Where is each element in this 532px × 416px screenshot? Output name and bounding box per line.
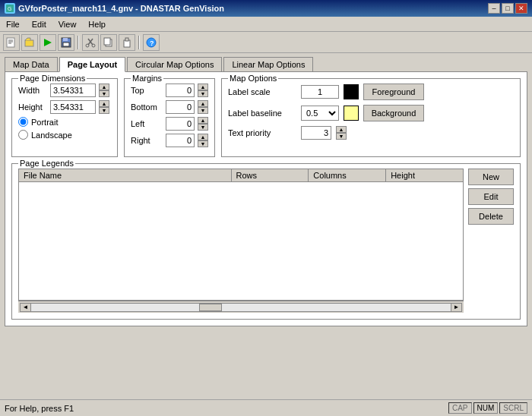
left-up-btn[interactable]: ▲ — [198, 117, 208, 124]
menu-help[interactable]: Help — [85, 19, 109, 30]
svg-text:G: G — [8, 6, 11, 11]
label-scale-input[interactable] — [301, 85, 339, 99]
menu-edit[interactable]: Edit — [29, 19, 49, 30]
background-button[interactable]: Background — [363, 105, 424, 121]
height-row: Height ▲ ▼ — [18, 100, 111, 114]
svg-point-14 — [92, 44, 95, 47]
svg-rect-2 — [7, 38, 14, 47]
window-controls: – □ ✕ — [488, 3, 527, 14]
foreground-color-box[interactable] — [344, 84, 359, 99]
tab-linear-map[interactable]: Linear Map Options — [223, 57, 313, 72]
text-priority-spinner: ▲ ▼ — [336, 126, 347, 140]
menu-file[interactable]: File — [3, 19, 23, 30]
height-down-btn[interactable]: ▼ — [99, 107, 109, 114]
background-color-box[interactable] — [344, 106, 359, 121]
width-down-btn[interactable]: ▼ — [99, 90, 109, 97]
minimize-button[interactable]: – — [488, 3, 500, 14]
scroll-left-btn[interactable]: ◄ — [21, 304, 31, 311]
right-up-btn[interactable]: ▲ — [198, 134, 208, 140]
top-margin-row: Top ▲ ▼ — [131, 84, 208, 97]
legends-section: Page Legends File Name Rows Columns Heig… — [11, 163, 521, 320]
left-margin-input[interactable] — [166, 117, 195, 131]
col-header-columns: Columns — [309, 169, 386, 181]
toolbar-run[interactable] — [40, 34, 56, 51]
height-up-btn[interactable]: ▲ — [99, 100, 109, 107]
svg-rect-16 — [104, 38, 110, 45]
text-priority-label: Text priority — [228, 128, 296, 137]
toolbar-save[interactable] — [58, 34, 74, 51]
toolbar-new[interactable] — [3, 34, 20, 51]
legends-table-container: File Name Rows Columns Height — [18, 169, 464, 313]
legends-buttons: New Edit Delete — [468, 169, 514, 313]
tab-circular-map[interactable]: Circular Map Options — [127, 57, 222, 72]
landscape-radio[interactable] — [18, 130, 28, 140]
scroll-right-btn[interactable]: ► — [451, 304, 461, 311]
right-margin-input[interactable] — [166, 134, 195, 147]
scroll-track[interactable] — [31, 304, 451, 311]
portrait-radio[interactable] — [18, 117, 28, 127]
app-icon: G — [5, 3, 15, 14]
text-priority-up-btn[interactable]: ▲ — [336, 126, 347, 133]
toolbar-open[interactable] — [21, 34, 38, 51]
page-dimensions-title: Page Dimensions — [18, 74, 87, 83]
scroll-thumb[interactable] — [199, 304, 222, 311]
bottom-up-btn[interactable]: ▲ — [198, 100, 208, 107]
tab-map-data[interactable]: Map Data — [5, 57, 58, 72]
svg-rect-18 — [125, 38, 128, 41]
right-down-btn[interactable]: ▼ — [198, 140, 208, 147]
map-options-title: Map Options — [228, 74, 278, 83]
width-label: Width — [18, 86, 47, 95]
right-margin-row: Right ▲ ▼ — [131, 134, 208, 147]
width-up-btn[interactable]: ▲ — [99, 84, 109, 90]
legends-table-wrapper: File Name Rows Columns Height — [18, 169, 464, 301]
foreground-button[interactable]: Foreground — [363, 84, 424, 100]
toolbar-cut[interactable] — [82, 34, 99, 51]
h-scrollbar[interactable]: ◄ ► — [20, 303, 462, 312]
label-scale-row: Label scale Foreground — [228, 84, 514, 100]
portrait-row: Portrait — [18, 117, 111, 127]
height-label: Height — [18, 102, 47, 112]
text-priority-input[interactable] — [301, 126, 331, 140]
top-section: Page Dimensions Width ▲ ▼ Height ▲ ▼ — [11, 78, 521, 157]
tab-page-layout[interactable]: Page Layout — [59, 57, 125, 72]
width-input[interactable] — [50, 84, 96, 97]
landscape-label: Landscape — [31, 131, 72, 140]
scrl-indicator: SCRL — [499, 402, 527, 414]
left-down-btn[interactable]: ▼ — [198, 124, 208, 131]
num-indicator: NUM — [473, 402, 499, 414]
right-label: Right — [131, 136, 163, 145]
map-options-group: Map Options Label scale Foreground Label… — [221, 78, 521, 157]
left-label: Left — [131, 119, 163, 128]
text-priority-down-btn[interactable]: ▼ — [336, 133, 347, 140]
toolbar-copy[interactable] — [100, 34, 117, 51]
toolbar-paste[interactable] — [119, 34, 135, 51]
label-baseline-select[interactable]: 0.5 1.0 1.5 — [301, 106, 339, 121]
portrait-label: Portrait — [31, 118, 58, 127]
top-spinner: ▲ ▼ — [198, 84, 208, 97]
bottom-margin-input[interactable] — [166, 100, 195, 114]
edit-button[interactable]: Edit — [468, 188, 514, 205]
svg-text:?: ? — [150, 39, 154, 47]
label-baseline-label: Label baseline — [228, 109, 296, 118]
tab-panel: Page Dimensions Width ▲ ▼ Height ▲ ▼ — [5, 71, 527, 326]
close-button[interactable]: ✕ — [515, 3, 527, 14]
maximize-button[interactable]: □ — [502, 3, 514, 14]
menu-bar: File Edit View Help — [0, 17, 532, 32]
toolbar-help[interactable]: ? — [143, 34, 160, 51]
left-margin-row: Left ▲ ▼ — [131, 117, 208, 131]
left-spinner: ▲ ▼ — [198, 117, 208, 131]
bottom-down-btn[interactable]: ▼ — [198, 107, 208, 114]
main-content: Map Data Page Layout Circular Map Option… — [0, 53, 532, 399]
svg-point-13 — [86, 44, 89, 47]
menu-view[interactable]: View — [55, 19, 80, 30]
new-button[interactable]: New — [468, 169, 514, 185]
top-down-btn[interactable]: ▼ — [198, 90, 208, 97]
legends-body: File Name Rows Columns Height — [18, 169, 514, 313]
legends-table-header: File Name Rows Columns Height — [19, 169, 463, 182]
top-margin-input[interactable] — [166, 84, 195, 97]
top-up-btn[interactable]: ▲ — [198, 84, 208, 90]
svg-marker-7 — [44, 39, 52, 46]
height-input[interactable] — [50, 100, 96, 114]
page-dimensions-group: Page Dimensions Width ▲ ▼ Height ▲ ▼ — [11, 78, 118, 157]
delete-button[interactable]: Delete — [468, 208, 514, 225]
